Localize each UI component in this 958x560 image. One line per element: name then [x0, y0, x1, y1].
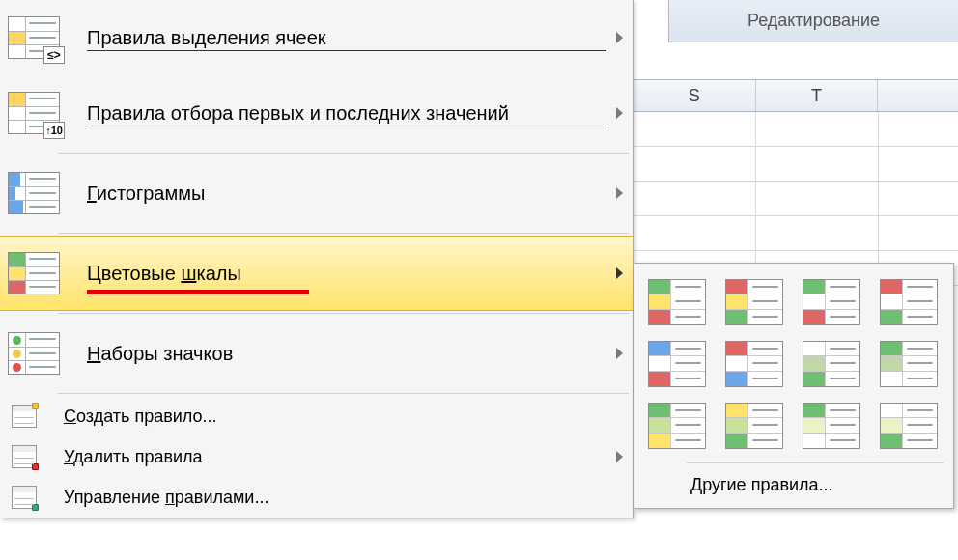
menu-label: Правила выделения ячеек	[87, 27, 606, 49]
color-scale-swatch-3[interactable]	[803, 279, 860, 325]
annotation-underline	[87, 290, 309, 294]
chevron-right-icon	[616, 348, 623, 359]
column-headers: S T	[634, 79, 958, 112]
menu-item-data-bars[interactable]: Гистограммы	[0, 155, 633, 231]
chevron-right-icon	[616, 267, 623, 279]
clear-rules-icon	[4, 443, 44, 470]
color-scale-swatch-12[interactable]	[880, 403, 938, 449]
column-header-blank[interactable]	[878, 80, 958, 111]
menu-label: Правила отбора первых и последних значен…	[87, 102, 606, 125]
more-rules-label: Другие правила...	[690, 475, 833, 495]
color-scales-icon	[4, 249, 64, 297]
more-rules-item[interactable]: Другие правила...	[642, 465, 945, 504]
data-bars-icon	[4, 169, 64, 217]
conditional-formatting-menu: ≤> Правила выделения ячеек ↑10 Правила о…	[0, 0, 634, 518]
color-scale-swatch-7[interactable]	[803, 341, 860, 387]
menu-item-highlight-cells[interactable]: ≤> Правила выделения ячеек	[0, 0, 633, 75]
chevron-right-icon	[616, 451, 623, 462]
menu-separator	[58, 393, 629, 394]
menu-item-new-rule[interactable]: Создать правило...	[0, 396, 633, 436]
highlight-cells-icon: ≤>	[4, 14, 64, 62]
menu-separator	[58, 313, 629, 314]
color-scale-swatch-2[interactable]	[725, 279, 783, 325]
spreadsheet-grid[interactable]	[634, 112, 958, 286]
chevron-right-icon	[616, 32, 623, 43]
new-rule-icon	[4, 403, 44, 430]
ribbon-group-editing: Редактирование	[668, 0, 958, 42]
menu-label: Управление правилами...	[64, 488, 623, 508]
menu-label: Гистограммы	[87, 182, 606, 205]
column-header-t[interactable]: T	[756, 80, 879, 111]
menu-label: Наборы значков	[87, 343, 606, 365]
color-scale-swatch-6[interactable]	[725, 341, 783, 387]
color-scale-swatch-10[interactable]	[725, 403, 783, 449]
color-scale-swatch-1[interactable]	[648, 279, 706, 325]
menu-label: Цветовые шкалы	[87, 263, 606, 285]
chevron-right-icon	[616, 107, 623, 119]
color-scales-flyout: Другие правила...	[634, 263, 954, 509]
chevron-right-icon	[616, 187, 623, 199]
color-scale-swatch-8[interactable]	[880, 341, 938, 387]
column-header-s[interactable]: S	[634, 80, 756, 111]
menu-separator	[58, 153, 629, 154]
menu-item-manage-rules[interactable]: Управление правилами...	[0, 477, 633, 518]
top-bottom-icon: ↑10	[4, 89, 64, 137]
color-scale-swatch-9[interactable]	[648, 403, 706, 449]
manage-rules-icon	[4, 484, 44, 511]
flyout-separator	[687, 462, 944, 463]
color-scale-swatch-4[interactable]	[880, 279, 938, 325]
menu-item-top-bottom[interactable]: ↑10 Правила отбора первых и последних зн…	[0, 75, 633, 151]
ribbon-group-label: Редактирование	[747, 11, 880, 31]
menu-separator	[58, 233, 629, 234]
icon-sets-icon	[4, 329, 64, 378]
menu-label: Создать правило...	[64, 406, 623, 427]
color-scale-swatch-5[interactable]	[648, 341, 706, 387]
menu-item-clear-rules[interactable]: Удалить правила	[0, 436, 633, 477]
menu-label: Удалить правила	[64, 447, 606, 467]
color-scale-swatch-11[interactable]	[803, 403, 860, 449]
menu-item-color-scales[interactable]: Цветовые шкалы	[0, 236, 633, 311]
color-scales-gallery	[642, 273, 945, 459]
menu-item-icon-sets[interactable]: Наборы значков	[0, 316, 633, 391]
